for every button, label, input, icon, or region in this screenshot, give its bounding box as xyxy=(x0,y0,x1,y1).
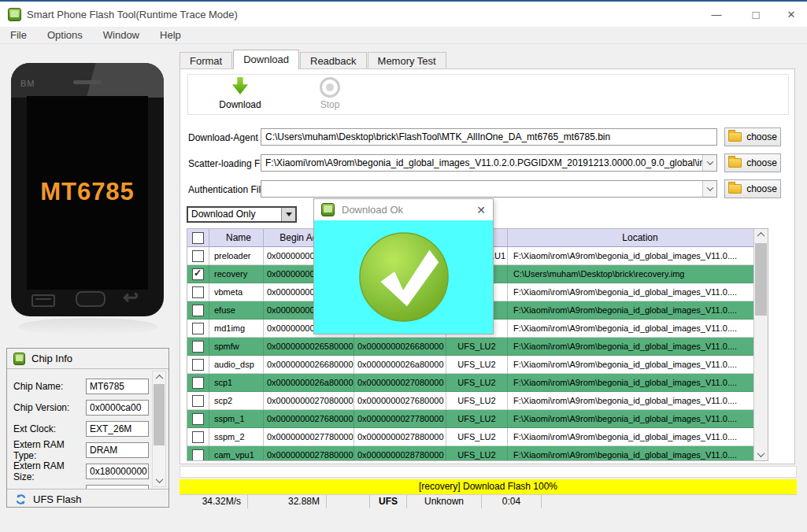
partition-name-cell: sspm_1 xyxy=(209,410,264,428)
begin-address-cell: 0x0000000027780000 xyxy=(264,428,354,446)
row-checkbox-cell xyxy=(187,374,209,392)
row-checkbox-cell xyxy=(187,356,209,374)
chip-info-title: Chip Info xyxy=(31,353,72,364)
chip-field-value xyxy=(86,485,149,490)
row-checkbox-cell xyxy=(187,392,209,410)
download-mode-select[interactable]: Download Only xyxy=(187,206,297,223)
scroll-down-icon[interactable] xyxy=(153,475,165,486)
download-button-label: Download xyxy=(207,99,273,110)
location-cell: F:\Xiaomi\rom\A9rom\begonia_id_global_im… xyxy=(508,283,768,301)
region-cell: UFS_LU2 xyxy=(446,338,508,356)
auth-file-combobox[interactable] xyxy=(261,180,717,198)
scatter-file-choose-button[interactable]: choose xyxy=(724,153,781,172)
tab-format[interactable]: Format xyxy=(180,52,232,69)
row-checkbox[interactable] xyxy=(192,286,204,298)
scrollbar-thumb[interactable] xyxy=(755,243,767,316)
auth-file-choose-button[interactable]: choose xyxy=(724,179,781,198)
row-checkbox[interactable] xyxy=(192,359,204,371)
row-checkbox[interactable] xyxy=(192,377,204,389)
chip-info-row: Chip Version:0x0000ca00 xyxy=(7,397,168,418)
partition-row-scp2: scp20x00000000270800000x0000000027680000… xyxy=(187,392,768,410)
close-button[interactable]: ✕ xyxy=(779,6,803,24)
scroll-up-icon[interactable] xyxy=(754,229,768,241)
choose-button-label: choose xyxy=(746,131,777,142)
scroll-up-icon[interactable] xyxy=(153,371,165,383)
location-cell: F:\Xiaomi\rom\A9rom\begonia_id_global_im… xyxy=(508,374,768,392)
status-cell-spare xyxy=(327,495,370,508)
row-checkbox[interactable] xyxy=(192,268,204,280)
location-cell: F:\Xiaomi\rom\A9rom\begonia_id_global_im… xyxy=(508,247,768,265)
chip-info-icon xyxy=(13,353,25,365)
folder-icon xyxy=(728,184,742,194)
download-agent-input[interactable]: C:\Users\muham\Desktop\brick\FlashTool\M… xyxy=(261,128,717,146)
row-checkbox[interactable] xyxy=(192,341,204,353)
row-checkbox[interactable] xyxy=(192,431,204,443)
chip-field-value: DRAM xyxy=(86,442,149,458)
menu-bar: FileOptionsWindowHelp xyxy=(0,27,807,44)
tab-download[interactable]: Download xyxy=(233,50,299,69)
region-cell: UFS_LU2 xyxy=(446,374,508,392)
download-arrow-icon xyxy=(231,76,250,95)
location-cell: F:\Xiaomi\rom\A9rom\begonia_id_global_im… xyxy=(508,320,768,338)
row-checkbox[interactable] xyxy=(192,449,204,461)
menu-item-options[interactable]: Options xyxy=(37,29,93,41)
chip-field-label: Chip Version: xyxy=(13,402,86,413)
table-scrollbar[interactable] xyxy=(753,229,768,460)
status-cell-speed: 34.32M/s xyxy=(180,495,248,508)
begin-address-cell: 0x0000000027680000 xyxy=(264,410,354,428)
tab-memory-test[interactable]: Memory Test xyxy=(368,52,446,69)
row-checkbox[interactable] xyxy=(192,395,204,407)
menu-item-file[interactable]: File xyxy=(0,29,37,41)
partition-row-sspm_1: sspm_10x00000000276800000x00000000277800… xyxy=(187,410,768,428)
row-checkbox-cell xyxy=(187,428,209,446)
chevron-down-icon[interactable] xyxy=(702,181,716,197)
header-location: Location xyxy=(508,229,768,247)
chip-info-panel: Chip Info Chip Name:MT6785Chip Version:0… xyxy=(6,348,169,508)
chip-field-value: EXT_26M xyxy=(86,421,149,437)
select-all-checkbox[interactable] xyxy=(192,232,204,244)
location-cell: F:\Xiaomi\rom\A9rom\begonia_id_global_im… xyxy=(508,301,768,320)
stop-button[interactable]: Stop xyxy=(297,76,363,113)
download-ok-dialog: Download Ok ✕ xyxy=(313,198,494,334)
dialog-close-icon[interactable]: ✕ xyxy=(476,204,486,216)
download-agent-choose-button[interactable]: choose xyxy=(724,127,781,146)
location-cell: F:\Xiaomi\rom\A9rom\begonia_id_global_im… xyxy=(508,446,768,461)
menu-item-window[interactable]: Window xyxy=(93,29,150,41)
chip-info-scrollbar[interactable] xyxy=(152,371,166,487)
phone-screen: MT6785 xyxy=(27,96,148,290)
location-cell: F:\Xiaomi\rom\A9rom\begonia_id_global_im… xyxy=(508,428,768,446)
status-cell-flash-type: UFS xyxy=(370,495,407,508)
row-checkbox[interactable] xyxy=(192,413,204,425)
scatter-file-value: F:\Xiaomi\rom\A9rom\begonia_id_global_im… xyxy=(265,157,717,168)
title-bar: Smart Phone Flash Tool(Runtime Trace Mod… xyxy=(0,0,807,27)
secondary-progress-bar xyxy=(180,466,797,478)
end-address-cell: 0x0000000028780000 xyxy=(354,446,446,461)
tab-readback[interactable]: Readback xyxy=(300,52,367,69)
status-cell-device: Unknown xyxy=(407,495,482,508)
row-checkbox[interactable] xyxy=(192,305,204,316)
chip-field-value: MT6785 xyxy=(86,379,149,394)
partition-name-cell: md1img xyxy=(209,320,264,338)
tab-bar: FormatDownloadReadbackMemory Test xyxy=(180,50,447,69)
row-checkbox-cell xyxy=(187,320,209,338)
menu-item-help[interactable]: Help xyxy=(150,29,191,41)
row-checkbox[interactable] xyxy=(192,323,204,334)
row-checkbox-cell xyxy=(187,301,209,320)
scatter-file-combobox[interactable]: F:\Xiaomi\rom\A9rom\begonia_id_global_im… xyxy=(261,154,717,172)
partition-name-cell: scp2 xyxy=(209,392,264,410)
maximize-button[interactable]: □ xyxy=(744,6,768,24)
chevron-down-icon[interactable] xyxy=(702,155,716,171)
chip-field-label: Extern RAM Type: xyxy=(13,439,86,461)
minimize-button[interactable]: — xyxy=(705,6,728,24)
row-checkbox-cell xyxy=(187,283,209,301)
row-checkbox-cell xyxy=(187,247,209,265)
partition-row-spmfw: spmfw0x00000000265800000x000000002668000… xyxy=(187,338,768,356)
begin-address-cell: 0x0000000026680000 xyxy=(264,356,354,374)
chip-field-value: 0x0000ca00 xyxy=(86,400,149,416)
scroll-down-icon[interactable] xyxy=(754,449,768,460)
dropdown-arrow-icon[interactable] xyxy=(281,208,295,221)
download-button[interactable]: Download xyxy=(207,76,273,113)
row-checkbox[interactable] xyxy=(192,250,204,262)
scrollbar-thumb[interactable] xyxy=(154,384,165,445)
success-check-icon xyxy=(357,231,450,323)
